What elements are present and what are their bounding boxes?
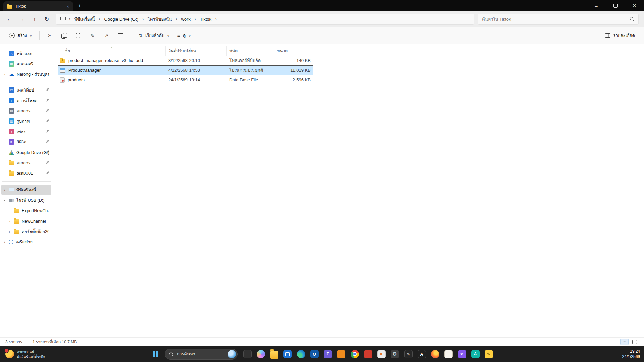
taskbar-search[interactable]: การค้นหา: [165, 349, 238, 360]
delete-button[interactable]: [114, 29, 127, 42]
sidebar-item-music[interactable]: เพลง: [1, 126, 51, 137]
file-row[interactable]: products 24/1/2569 19:14 Data Base File …: [58, 75, 313, 85]
rename-button[interactable]: [86, 29, 99, 42]
details-pane-button[interactable]: รายละเอียด: [601, 29, 639, 42]
maximize-button[interactable]: [606, 0, 625, 11]
sidebar-item-usb-drive[interactable]: ไดรฟ์ USB (D:): [1, 195, 51, 205]
chevron-right-icon[interactable]: [8, 219, 11, 223]
chevron-right-icon[interactable]: [8, 230, 11, 234]
large-icons-view-button[interactable]: [630, 339, 639, 345]
sidebar-item-network[interactable]: เครือข่าย: [1, 237, 51, 247]
sidebar-item-home[interactable]: หน้าแรก: [1, 48, 51, 59]
red-app-icon[interactable]: [361, 347, 375, 361]
column-header-date[interactable]: วันที่ปรับเปลี่ยน: [166, 46, 227, 56]
sidebar-item-onedrive[interactable]: Narong - ส่วนบุคคล: [1, 69, 51, 79]
yellow-editor-app-icon[interactable]: [482, 347, 495, 361]
close-button[interactable]: [625, 0, 644, 11]
column-header-size[interactable]: ขนาด: [274, 46, 313, 56]
outlook-icon[interactable]: [308, 347, 321, 361]
weather-widget[interactable]: อากาศ: แย่ ฝนวันจันทร์ที่จะถึง: [3, 346, 47, 362]
sidebar-item-pictures[interactable]: รูปภาพ: [1, 116, 51, 126]
chevron-right-icon[interactable]: [141, 17, 145, 21]
chevron-right-icon[interactable]: [3, 188, 6, 192]
paste-button[interactable]: [71, 29, 85, 42]
chevron-right-icon[interactable]: [68, 17, 71, 21]
dark-app-icon[interactable]: [240, 347, 254, 361]
chevron-right-icon[interactable]: [98, 17, 101, 21]
taskbar-clock[interactable]: 19:24 24/1/2569: [622, 349, 640, 359]
notes-app-icon[interactable]: [442, 347, 455, 361]
cut-button[interactable]: [43, 29, 57, 42]
copilot-icon[interactable]: [254, 347, 267, 361]
up-button[interactable]: [28, 14, 41, 25]
copy-button[interactable]: [57, 29, 71, 42]
chevron-right-icon[interactable]: [175, 17, 178, 21]
sort-button[interactable]: เรียงลำดับ: [135, 29, 173, 42]
search-box[interactable]: [478, 14, 639, 25]
sidebar-item-downloads[interactable]: ดาวน์โหลด: [1, 95, 51, 106]
more-button[interactable]: [195, 29, 209, 42]
new-tab-button[interactable]: [75, 2, 84, 10]
firefox-icon[interactable]: [428, 347, 442, 361]
orange-app-icon[interactable]: [334, 347, 348, 361]
chevron-right-icon[interactable]: [3, 72, 6, 76]
settings-icon[interactable]: [388, 347, 401, 361]
start-button[interactable]: [149, 347, 162, 361]
sidebar-item-gallery[interactable]: แกลเลอรี: [1, 59, 51, 69]
column-header-type[interactable]: ชนิด: [227, 46, 274, 56]
chevron-down-icon[interactable]: [3, 198, 6, 202]
sidebar-item-exportnewchanel[interactable]: ExportNewChanel: [6, 205, 51, 216]
file-list-area[interactable]: ชื่อ วันที่ปรับเปลี่ยน ชนิด ขนาด: [53, 44, 644, 337]
column-header-name[interactable]: ชื่อ: [58, 46, 166, 56]
breadcrumb-item[interactable]: Google Drive (G:): [102, 15, 141, 23]
tab-close-icon[interactable]: [65, 3, 71, 10]
breadcrumb-item[interactable]: ไดรฟ์ของฉัน: [145, 14, 174, 24]
share-button[interactable]: [100, 29, 113, 42]
sidebar-item-desktop[interactable]: เดสก์ท็อป: [1, 85, 51, 95]
weather-line1: อากาศ: แย่: [17, 349, 45, 354]
teal-app-icon[interactable]: [469, 347, 482, 361]
violet-capture-app-icon[interactable]: [455, 347, 469, 361]
microsoft-store-icon[interactable]: [281, 347, 294, 361]
file-row[interactable]: product_manager_release_v3_fix_add 3/12/…: [58, 56, 313, 65]
pen-app-icon[interactable]: [401, 347, 415, 361]
presentation-app-icon[interactable]: [375, 347, 388, 361]
new-button[interactable]: สร้าง: [5, 29, 36, 42]
explorer-tab[interactable]: Tiktok: [3, 1, 73, 11]
sidebar-item-tiktok-course[interactable]: คอร์สติ๊กต๊อก2026: [6, 226, 51, 237]
edge-icon[interactable]: [294, 347, 308, 361]
sidebar-item-documents-folder[interactable]: เอกสาร: [1, 158, 51, 168]
sidebar-item-test0001[interactable]: test0001: [1, 168, 51, 178]
details-view-button[interactable]: [620, 339, 629, 345]
chevron-right-icon[interactable]: [3, 240, 6, 244]
search-input[interactable]: [482, 17, 627, 22]
breadcrumb-item[interactable]: Tiktok: [197, 15, 214, 23]
sidebar-item-documents[interactable]: เอกสาร: [1, 106, 51, 116]
home-icon: [9, 51, 14, 56]
breadcrumb[interactable]: พีซีเครื่องนี้ Google Drive (G:) ไดรฟ์ขอ…: [56, 14, 474, 25]
forward-button[interactable]: [16, 14, 28, 25]
file-explorer-icon[interactable]: [267, 347, 281, 361]
share-icon: [104, 33, 108, 39]
back-button[interactable]: [3, 14, 16, 25]
chrome-icon[interactable]: [348, 347, 361, 361]
a-app-icon[interactable]: [415, 347, 428, 361]
sidebar-item-this-pc[interactable]: พีซีเครื่องนี้: [1, 185, 51, 195]
rename-icon: [90, 33, 94, 39]
breadcrumb-item[interactable]: พีซีเครื่องนี้: [72, 14, 98, 24]
chevron-right-icon[interactable]: [194, 17, 197, 21]
breadcrumb-item[interactable]: work: [178, 15, 193, 23]
sidebar-item-newchannel[interactable]: NewChannel: [6, 216, 51, 226]
sidebar-item-label: พีซีเครื่องนี้: [16, 187, 49, 193]
file-row-selected[interactable]: ProductManager 4/12/2568 14:53 โปรแกรมปร…: [58, 65, 313, 75]
item-count: 3 รายการ: [5, 339, 22, 345]
minimize-button[interactable]: [587, 0, 606, 11]
navigation-bar: พีซีเครื่องนี้ Google Drive (G:) ไดรฟ์ขอ…: [0, 11, 644, 27]
view-button[interactable]: ดู: [174, 29, 195, 42]
chevron-right-icon[interactable]: [214, 17, 218, 21]
sidebar-item-google-drive[interactable]: Google Drive (G:): [1, 147, 51, 158]
sidebar-item-videos[interactable]: วิดีโอ: [1, 137, 51, 147]
refresh-button[interactable]: [41, 14, 53, 25]
purple-messaging-app-icon[interactable]: [321, 347, 334, 361]
view-icon: [177, 33, 180, 38]
